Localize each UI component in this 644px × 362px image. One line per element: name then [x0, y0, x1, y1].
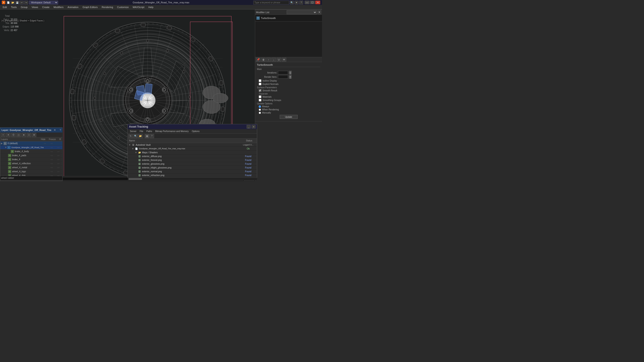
asset-item[interactable]: 🖼 exterior_glossines.png Found — [128, 162, 257, 166]
apm-server[interactable]: Server — [128, 130, 138, 133]
smoothing-groups-checkbox[interactable] — [259, 99, 262, 101]
apt-refresh-btn[interactable]: ↻ — [128, 134, 133, 138]
pin-btn[interactable]: 📌 — [256, 58, 260, 62]
apt-browse-btn[interactable]: 📂 — [138, 134, 143, 138]
search-help-btn[interactable]: ? — [299, 1, 303, 4]
asset-item[interactable]: 🖼 exterior_hilight_glossines.png Found — [128, 166, 257, 170]
apm-file[interactable]: File — [138, 130, 144, 133]
smooth-result-checkbox[interactable] — [259, 89, 262, 92]
explicit-normals-checkbox[interactable] — [259, 83, 262, 85]
render-iters-up[interactable]: ▲ — [289, 75, 292, 77]
search-options-btn[interactable]: ▼ — [294, 1, 298, 4]
menu-help[interactable]: Help — [147, 5, 156, 9]
isoline-checkbox[interactable] — [259, 79, 262, 82]
layer-select-objects-btn[interactable]: ◻ — [16, 133, 21, 137]
layer-new-btn[interactable]: + — [1, 133, 5, 137]
asset-panel-minimize-btn[interactable]: _ — [247, 125, 251, 128]
menu-modifiers[interactable]: Modifiers — [52, 5, 65, 9]
asset-item[interactable]: ▼ 🏛 Autodesk Vault Logged O... — [128, 143, 257, 147]
modifier-list-select[interactable] — [287, 10, 317, 14]
menu-customize[interactable]: Customize — [116, 5, 130, 9]
iterations-up[interactable]: ▲ — [289, 71, 292, 73]
maximize-btn[interactable]: ☐ — [310, 1, 315, 4]
apt-find-btn[interactable]: 🔍 — [133, 134, 138, 138]
asset-scrollbar-thumb[interactable] — [128, 178, 142, 180]
svg-rect-83 — [72, 115, 76, 120]
manually-radio[interactable] — [259, 112, 261, 114]
asset-item[interactable]: 🖼 exterior_fresnel.png Found — [128, 158, 257, 162]
asset-item[interactable]: 🖼 exterior_diffuse.png Found — [128, 154, 257, 158]
layer-item[interactable]: O wheel_4_disk — — — [0, 174, 62, 176]
menu-maxscript[interactable]: MAXScript — [131, 5, 146, 9]
iterations-input[interactable]: 0 — [278, 71, 288, 74]
layer-item[interactable]: O brake_4_body — — — [0, 149, 62, 153]
freeze-dash: — — [55, 158, 62, 161]
delete-mod-btn[interactable]: 🗑 — [261, 58, 266, 62]
layer-item[interactable]: O brake_4 — — — [0, 158, 62, 162]
menu-create[interactable]: Create — [40, 5, 51, 9]
asset-item[interactable]: 🖼 exterior_refraction.png Found — [128, 173, 257, 177]
menu-edit[interactable]: Edit — [1, 5, 9, 9]
asset-panel-close-btn[interactable]: ✕ — [252, 125, 256, 128]
minimize-btn[interactable]: — — [304, 1, 310, 4]
iterations-down[interactable]: ▼ — [289, 73, 292, 74]
layer-item[interactable]: O wheel_4_logo — — — [0, 170, 62, 174]
render-iters-down[interactable]: ▼ — [289, 77, 292, 79]
layer-expand-icon: ▶ — [1, 142, 4, 145]
layer-highlight-btn[interactable]: ★ — [22, 133, 26, 137]
layer-freeze-dash: — — [55, 146, 62, 149]
layer-item[interactable]: ▶ L 0 (default) — — — [0, 141, 62, 145]
asset-item[interactable]: 🖼 exterior_normal.png Found — [128, 170, 257, 173]
layer-settings-btn[interactable]: ⚙ — [32, 133, 36, 137]
open-btn[interactable]: 📂 — [11, 1, 15, 4]
menu-rendering[interactable]: Rendering — [100, 5, 115, 9]
menu-animation[interactable]: Animation — [66, 5, 80, 9]
new-btn[interactable]: 📄 — [6, 1, 10, 4]
layer-item[interactable]: O wheel_4_metal — — — [0, 166, 62, 170]
layer-item[interactable]: O wheel_4_reflection — — — [0, 162, 62, 166]
asset-item[interactable]: ▼ 📁 Maps / Shaders — [128, 151, 257, 154]
update-button[interactable]: Update — [280, 115, 298, 119]
menu-tools[interactable]: Tools — [9, 5, 18, 9]
menu-views[interactable]: Views — [30, 5, 40, 9]
menu-group[interactable]: Group — [19, 5, 30, 9]
apt-highlight-btn[interactable]: ▦ — [145, 134, 149, 138]
search-input[interactable] — [253, 1, 289, 4]
move-down-btn[interactable]: ↓ — [272, 58, 276, 62]
menu-graph-editors[interactable]: Graph Editors — [81, 5, 100, 9]
move-up-btn[interactable]: ↑ — [266, 58, 271, 62]
apt-help-btn[interactable]: ? — [150, 134, 154, 138]
img-icon: 🖼 — [138, 170, 141, 173]
layer-add-selected-btn[interactable]: ➕ — [11, 133, 16, 137]
workspace-select[interactable]: Workspace: Default — [29, 1, 58, 4]
make-unique-btn[interactable]: U — [276, 58, 281, 62]
redo-btn[interactable]: ↪ — [24, 1, 28, 4]
show-hide-btn[interactable]: 👁 — [282, 58, 286, 62]
asset-item[interactable]: ▼ 📄 Goodyear_Wrangler_Off_Road_Tire_max_… — [128, 147, 257, 151]
apm-bitmap[interactable]: Bitmap Performance and Memory — [154, 130, 190, 133]
layer-delete-btn[interactable]: ✕ — [6, 133, 10, 137]
freeze-dash: — — [55, 162, 62, 165]
undo-btn[interactable]: ↩ — [20, 1, 24, 4]
asset-horizontal-scrollbar[interactable] — [128, 177, 257, 180]
always-radio[interactable] — [259, 105, 261, 108]
smoothing-groups-row: Smoothing Groups — [257, 99, 320, 101]
svg-point-102 — [130, 89, 132, 91]
modifier-list-arrow[interactable]: ▼ — [318, 10, 321, 14]
search-btn[interactable]: 🔍 — [290, 1, 294, 4]
close-btn[interactable]: ✕ — [315, 1, 320, 4]
layer-merge-btn[interactable]: ⬡ — [26, 133, 31, 137]
when-rendering-radio[interactable] — [259, 109, 261, 111]
modifier-stack-item[interactable]: T TurboSmooth — [255, 15, 322, 21]
when-rendering-row: When Rendering — [257, 108, 320, 111]
layer-item[interactable]: O brake_4_pads — — — [0, 153, 62, 158]
layers-panel-help-btn[interactable]: ? — [60, 129, 61, 131]
materials-checkbox[interactable] — [259, 95, 262, 98]
apm-options[interactable]: Options — [190, 130, 201, 133]
svg-point-112 — [93, 97, 96, 99]
save-btn[interactable]: 💾 — [15, 1, 19, 4]
layer-item[interactable]: ▼ L Goodyear_Wrangler_Off_Road_Tire — — — [0, 145, 62, 149]
apm-paths[interactable]: Paths — [145, 130, 154, 133]
layers-panel-close-btn[interactable]: ✕ — [54, 128, 56, 132]
render-iters-input[interactable]: 2 — [278, 75, 288, 79]
